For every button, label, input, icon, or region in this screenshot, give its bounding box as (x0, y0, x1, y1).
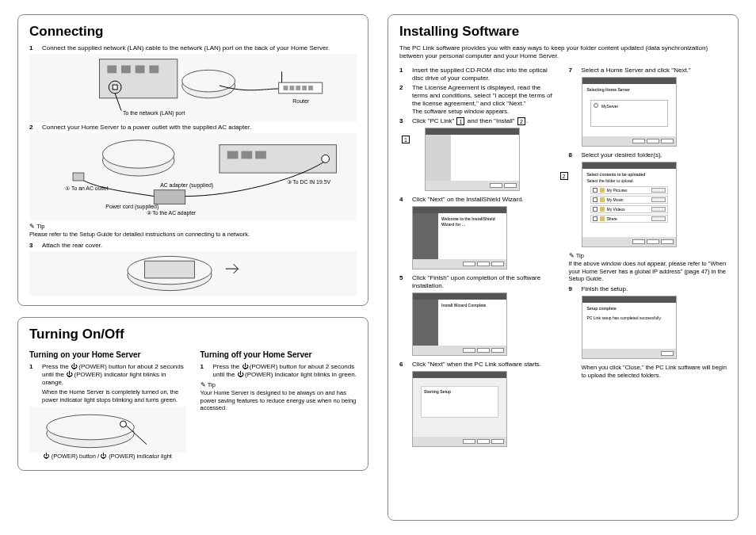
step-text: Select a Home Server and click "Next." (582, 67, 727, 75)
step-number: 1 (29, 363, 37, 387)
sc7-title: Selecting Home Server (587, 87, 671, 92)
label-router: Router (292, 98, 309, 104)
label-power-cord: Power cord (supplied) (105, 204, 158, 211)
turning-on-heading: Turning on your Home Server (29, 350, 186, 361)
screenshot-installshield-welcome: Welcome to the InstallShield Wizard for … (412, 206, 507, 269)
label-ac-outlet: ① To an AC outlet (65, 185, 109, 191)
turning-on-column: Turning on your Home Server 1 Press the … (29, 347, 186, 460)
install-step-2: 2 The License Agreement is displayed, re… (399, 84, 558, 116)
step-text: Click "Next" on the InstallShield Wizard… (412, 196, 558, 204)
connecting-title: Connecting (29, 23, 357, 40)
callout-ref-1: 1 (402, 136, 410, 143)
svg-rect-24 (154, 190, 185, 204)
step-text: Insert the supplied CD-ROM disc into the… (412, 67, 558, 82)
step-number: 6 (399, 361, 407, 369)
step-text: Click "Finish" upon completion of the so… (412, 274, 558, 290)
step-number: 3 (399, 117, 407, 125)
label-lan-port: To the network (LAN) port (123, 111, 185, 117)
installing-intro: The PC Link software provides you with e… (399, 44, 727, 60)
left-page: Connecting 1 Connect the supplied networ… (17, 14, 368, 521)
svg-point-23 (322, 155, 330, 163)
s3-a: Click "PC Link" (412, 117, 454, 124)
folder-row-3: Share (607, 216, 617, 221)
install-step-7: 7 Select a Home Server and click "Next." (569, 67, 727, 75)
svg-rect-10 (284, 86, 288, 90)
turning-off-column: Turning off your Home Server 1 Press the… (200, 347, 357, 460)
callout-1: 1 (456, 117, 464, 125)
power-title: Turning On/Off (29, 326, 357, 342)
svg-rect-21 (241, 151, 252, 159)
callout-2: 2 (517, 117, 525, 125)
svg-point-31 (120, 421, 127, 427)
svg-rect-22 (255, 151, 266, 159)
svg-rect-1 (107, 66, 116, 74)
sc6-title: Starting Setup (424, 389, 502, 394)
tip-text: If the above window does not appear, ple… (569, 260, 727, 282)
sc4-title: Welcome to the InstallShield Wizard for … (441, 216, 502, 227)
install-col-b: 7 Select a Home Server and click "Next."… (569, 65, 727, 452)
tip-text: Please refer to the Setup Guide for deta… (29, 231, 357, 238)
svg-point-18 (102, 140, 174, 168)
install-step-4: 4 Click "Next" on the InstallShield Wiza… (399, 196, 558, 204)
install-step-9: 9 Finish the setup. (569, 285, 727, 293)
svg-rect-20 (227, 151, 239, 159)
turning-off-heading: Turning off your Home Server (200, 350, 357, 361)
connecting-step-2: 2 Connect your Home Server to a power ou… (29, 124, 357, 132)
label-to-ac-adapter: ② To the AC adapter (147, 210, 197, 216)
step-text: Connect your Home Server to a power outl… (42, 124, 357, 132)
step-text: Press the ⏻ (POWER) button for about 2 s… (42, 363, 186, 387)
power-connection-illustration: ① To an AC outlet Power cord (supplied) … (29, 133, 357, 220)
sc8-title: Select contents to be uploaded (587, 172, 671, 177)
install-col-a: 1 Insert the supplied CD-ROM disc into t… (399, 65, 558, 452)
install-step-6: 6 Click "Next" when the PC Link software… (399, 361, 558, 369)
step-number: 2 (399, 84, 407, 116)
tip-label: Tip (569, 252, 727, 260)
step-number: 1 (399, 67, 407, 82)
connecting-panel: Connecting 1 Connect the supplied networ… (17, 14, 368, 306)
power-on-note: When the Home Server is completely turne… (42, 388, 186, 403)
svg-rect-25 (73, 173, 84, 181)
sc9-title: Setup complete (587, 306, 671, 311)
power-panel: Turning On/Off Turning on your Home Serv… (17, 317, 368, 471)
step-number: 2 (29, 124, 37, 132)
step-text: Connect the supplied network (LAN) cable… (42, 44, 357, 52)
label-ac-adapter: AC adapter (supplied) (160, 182, 213, 189)
install-step-5: 5 Click "Finish" upon completion of the … (399, 274, 558, 290)
step-number: 5 (399, 274, 407, 290)
right-page: Installing Software The PC Link software… (388, 14, 739, 521)
step-number: 8 (569, 151, 577, 159)
svg-rect-3 (136, 66, 145, 74)
s3-b: and then "Install" (468, 117, 515, 124)
step-number: 1 (200, 363, 208, 379)
step-2-after: The software setup window appears. (412, 108, 509, 115)
step-text: Click "PC Link" 1 and then "Install" 2. (412, 117, 558, 125)
step-number: 4 (399, 196, 407, 204)
screenshot-select-folders: Select contents to be uploaded Select th… (582, 162, 677, 247)
power-on-step-1: 1 Press the ⏻ (POWER) button for about 2… (29, 363, 186, 387)
svg-rect-14 (308, 86, 313, 90)
sc5-title: Install Wizard Complete (441, 303, 502, 308)
screenshot-setup-window (425, 128, 520, 191)
sc8-sub: Select the folder to upload. (587, 178, 635, 183)
installing-title: Installing Software (399, 23, 727, 40)
connecting-step-3: 3 Attach the rear cover. (29, 242, 357, 250)
step-number: 9 (569, 285, 577, 293)
tip-text: Your Home Server is designed to be alway… (200, 389, 357, 411)
svg-rect-6 (113, 85, 117, 90)
folder-row-1: My Music (607, 197, 624, 202)
svg-rect-12 (296, 86, 300, 90)
screenshot-installshield-complete: Install Wizard Complete (412, 292, 507, 356)
svg-point-30 (47, 415, 135, 440)
install-step-1: 1 Insert the supplied CD-ROM disc into t… (399, 67, 558, 82)
step-text: Click "Next" when the PC Link software s… (412, 361, 558, 369)
svg-point-8 (182, 71, 235, 93)
step-2-main: The License Agreement is displayed, read… (412, 84, 552, 107)
installing-software-panel: Installing Software The PC Link software… (388, 14, 739, 521)
device-power-illustration (29, 407, 186, 453)
power-button-caption: ⏻ (POWER) button / ⏻ (POWER) indicator l… (29, 453, 186, 460)
svg-rect-2 (121, 66, 131, 74)
step-number: 3 (29, 242, 37, 250)
connecting-step-1: 1 Connect the supplied network (LAN) cab… (29, 44, 357, 52)
tip-label: Tip (29, 223, 357, 231)
tip-label: Tip (200, 381, 357, 389)
